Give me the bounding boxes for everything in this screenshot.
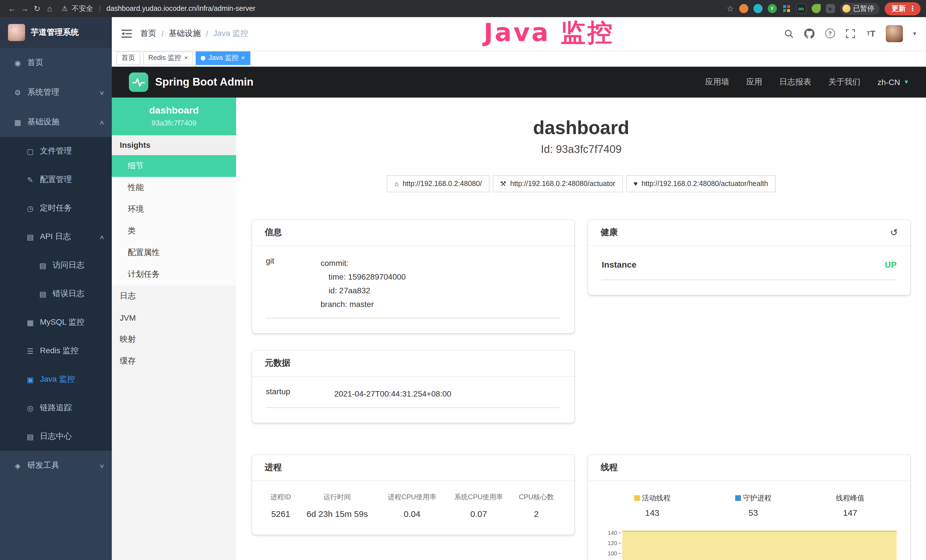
avatar-caret-icon[interactable]: ▼: [912, 31, 917, 36]
threads-chart-plot: [622, 527, 897, 560]
sba-menu-jvm[interactable]: JVM: [112, 307, 236, 328]
blue-legend-icon: [735, 495, 741, 501]
spring-boot-admin-logo-icon[interactable]: [129, 73, 148, 92]
status-badge: UP: [885, 259, 897, 269]
sba-menu-scheduled-tasks[interactable]: 计划任务: [112, 263, 236, 285]
sba-sidebar: dashboard 93a3fc7f7409 Insights 细节 性能 环境…: [112, 97, 236, 560]
breadcrumb-separator: /: [206, 29, 208, 38]
forward-icon[interactable]: →: [18, 3, 31, 14]
sidebar-item-java-monitor[interactable]: ▣ Java 监控: [0, 365, 112, 394]
breadcrumb-infrastructure[interactable]: 基础设施: [169, 29, 201, 39]
sba-nav-journal[interactable]: 日志报表: [779, 77, 811, 87]
reload-icon[interactable]: ↻: [31, 3, 43, 14]
sidebar-fold-icon[interactable]: [121, 28, 132, 39]
bookmark-star-icon[interactable]: ☆: [727, 4, 734, 13]
sba-menu-config-props[interactable]: 配置属性: [112, 242, 236, 263]
sba-brand-title[interactable]: Spring Boot Admin: [155, 76, 254, 88]
page-title: dashboard: [252, 117, 910, 138]
dashboard-icon: ◉: [12, 59, 23, 67]
tab-home[interactable]: 首页: [117, 51, 140, 65]
sidebar-item-file-management[interactable]: ▢ 文件管理: [0, 137, 112, 165]
security-label: 不安全: [72, 4, 93, 14]
sba-menu-environment[interactable]: 环境: [112, 198, 236, 220]
sba-menu-performance[interactable]: 性能: [112, 177, 236, 198]
edit-icon: ✎: [25, 176, 35, 184]
sidebar-item-infrastructure[interactable]: ▦ 基础设施 ∧: [0, 107, 112, 137]
sba-nav-applications[interactable]: 应用: [746, 77, 762, 87]
sidebar-item-error-logs[interactable]: ▤ 错误日志: [0, 280, 112, 308]
instance-header[interactable]: dashboard 93a3fc7f7409: [112, 97, 236, 135]
active-tab-dot: [201, 56, 206, 61]
back-icon[interactable]: ←: [6, 3, 18, 14]
process-card: 进程 进程ID 运行时间 进程CPU使用率 系统CPU使用率 CPU: [252, 454, 574, 534]
profile-paused-badge[interactable]: 已暂停: [840, 3, 879, 15]
sidebar-item-scheduled-tasks[interactable]: ◷ 定时任务: [0, 194, 112, 222]
sidebar-item-log-center[interactable]: ▤ 日志中心: [0, 422, 112, 451]
service-url-link[interactable]: ⌂ http://192.168.0.2:48080/: [387, 175, 489, 192]
redis-icon: ☰: [25, 347, 35, 355]
sidebar-item-access-logs[interactable]: ▤ 访问日志: [0, 251, 112, 280]
tab-close-icon[interactable]: ×: [184, 55, 188, 61]
grid-extension-icon[interactable]: [782, 4, 791, 13]
sba-menu-classes[interactable]: 类: [112, 220, 236, 242]
infrastructure-icon: ▦: [12, 118, 23, 126]
threads-chart-y-axis: 140 120 100: [602, 527, 622, 560]
sidebar-item-config-management[interactable]: ✎ 配置管理: [0, 165, 112, 194]
address-bar[interactable]: ⚠ 不安全 | dashboard.yudao.iocoder.cn/infra…: [62, 4, 727, 14]
sidebar-item-mysql-monitor[interactable]: ▦ MySQL 监控: [0, 308, 112, 337]
sidebar-item-api-logs[interactable]: ▤ API 日志 ∧: [0, 222, 112, 251]
sba-menu-caches[interactable]: 缓存: [112, 350, 236, 372]
breadcrumb-current: Java 监控: [213, 29, 248, 39]
sba-locale-select[interactable]: zh-CN ▼: [878, 77, 909, 87]
leaf-extension-icon[interactable]: [811, 4, 820, 13]
sidebar-item-home[interactable]: ◉ 首页: [0, 48, 112, 77]
puzzle-extension-icon[interactable]: ◆: [826, 4, 835, 13]
info-card: 信息 git commit: time: 1596289704000 id: 2…: [252, 219, 574, 333]
document-icon: ▤: [38, 289, 48, 298]
chevron-down-icon: ∨: [99, 462, 104, 469]
help-icon[interactable]: ?: [824, 28, 835, 39]
green-extension-icon[interactable]: Y: [767, 4, 776, 13]
process-card-header: 进程: [252, 454, 574, 481]
sidebar-item-system-management[interactable]: ⚙ 系统管理 ∨: [0, 77, 112, 107]
update-button[interactable]: 更新 ⋮: [885, 2, 921, 15]
chevron-up-icon: ∧: [99, 234, 104, 240]
history-icon[interactable]: ↺: [890, 227, 898, 238]
info-git-row: git commit: time: 1596289704000 id: 27aa…: [266, 250, 561, 318]
sba-content: dashboard Id: 93a3fc7f7409 ⌂ http://192.…: [236, 97, 926, 560]
chevron-up-icon: ∧: [99, 119, 104, 125]
tab-close-icon[interactable]: ×: [241, 55, 245, 61]
sba-nav-wallboard[interactable]: 应用墙: [705, 77, 729, 87]
sidebar-item-trace[interactable]: ◎ 链路追踪: [0, 394, 112, 422]
fullscreen-icon[interactable]: [845, 28, 856, 39]
tab-redis-monitor[interactable]: Redis 监控 ×: [143, 51, 193, 65]
app-logo[interactable]: 芋道管理系统: [0, 17, 112, 48]
github-icon[interactable]: [803, 28, 815, 39]
threads-card-header: 线程: [588, 454, 910, 481]
sidebar-item-redis-monitor[interactable]: ☰ Redis 监控: [0, 337, 112, 365]
fox-extension-icon[interactable]: [739, 4, 748, 13]
sba-menu-logs[interactable]: 日志: [112, 285, 236, 307]
app-title: 芋道管理系统: [31, 27, 79, 38]
font-size-icon[interactable]: TT: [865, 28, 877, 39]
search-icon[interactable]: [783, 28, 794, 39]
browser-menu-icon[interactable]: ⋮: [909, 5, 916, 12]
home-icon: ⌂: [394, 179, 399, 188]
actuator-url-link[interactable]: ⚒ http://192.168.0.2:48080/actuator: [493, 175, 623, 192]
on-badge-extension-icon[interactable]: on: [796, 3, 806, 14]
process-values-row: 5261 6d 23h 15m 59s 0.04 0.07 2: [266, 504, 561, 519]
sba-nav-about[interactable]: 关于我们: [828, 77, 860, 87]
sba-menu-details[interactable]: 细节: [112, 155, 236, 177]
sidebar-item-dev-tools[interactable]: ◈ 研发工具 ∨: [0, 451, 112, 480]
smiley-avatar-icon: [842, 5, 850, 12]
sba-menu-mappings[interactable]: 映射: [112, 328, 236, 350]
tab-java-monitor[interactable]: Java 监控 ×: [196, 51, 250, 65]
chevron-down-icon: ∨: [99, 89, 104, 95]
omnibox-divider: |: [99, 5, 101, 12]
health-url-link[interactable]: ♥ http://192.168.0.2:48080/actuator/heal…: [626, 175, 775, 192]
breadcrumb-home[interactable]: 首页: [140, 29, 156, 39]
user-avatar[interactable]: [886, 25, 903, 42]
drop-extension-icon[interactable]: [753, 4, 762, 13]
home-icon[interactable]: ⌂: [43, 3, 56, 14]
process-table: 进程ID 运行时间 进程CPU使用率 系统CPU使用率 CPU核心数 5261 …: [266, 490, 561, 519]
